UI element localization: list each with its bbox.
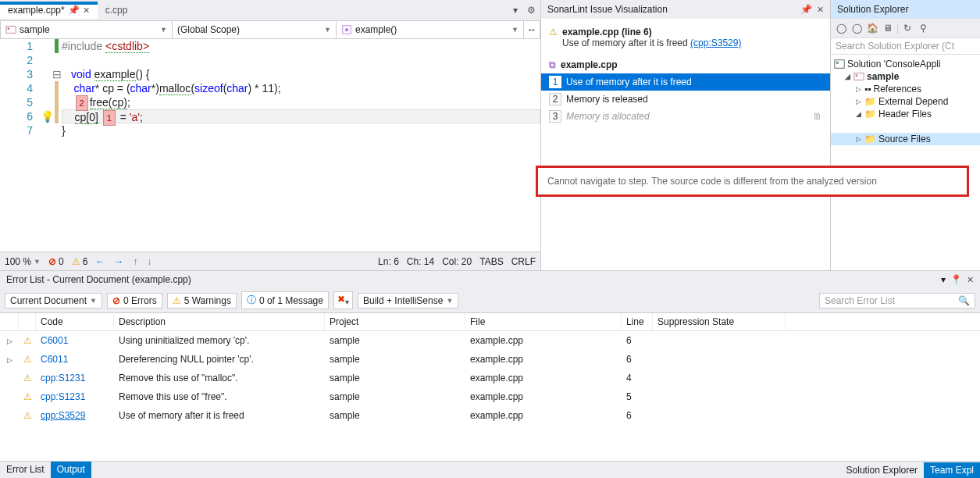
bottom-tabstrip: Error List Output	[0, 461, 980, 478]
table-row[interactable]: ⚠cpp:S1231Remove this use of "free".samp…	[0, 387, 980, 406]
solution-explorer-tab[interactable]: Solution Explorer	[840, 462, 924, 478]
error-search[interactable]: Search Error List 🔍	[819, 293, 975, 309]
messages-filter-button[interactable]: ⓘ 0 of 1 Message	[241, 291, 329, 309]
error-line: 6	[622, 334, 653, 348]
solution-tree: Solution 'ConsoleAppli ◢ sample ▷ ▪▪ Ref…	[831, 55, 980, 270]
refresh-icon[interactable]: ↻	[900, 21, 914, 35]
step-3[interactable]: 3 Memory is allocated 🗎	[541, 108, 830, 125]
navigation-warning: Cannot navigate to step. The source code…	[536, 166, 969, 197]
chevron-down-icon: ▼	[160, 26, 167, 34]
col-code[interactable]: Code	[36, 313, 114, 330]
table-row[interactable]: ▷⚠C6001Using uninitialized memory 'cp'.s…	[0, 331, 980, 350]
error-list-toolbar: Current Document▼ ⊘ 0 Errors ⚠ 5 Warning…	[0, 288, 980, 313]
pin-icon[interactable]: 📌	[68, 5, 80, 16]
error-project: sample	[325, 371, 465, 385]
warnings-filter-button[interactable]: ⚠ 5 Warnings	[167, 293, 237, 309]
references-node[interactable]: ▷ ▪▪ References	[831, 83, 980, 95]
rule-link[interactable]: (cpp:S3529)	[690, 37, 741, 48]
col-project[interactable]: Project	[325, 313, 465, 330]
scope-combo[interactable]: (Global Scope) ▼	[173, 21, 337, 38]
pin-icon[interactable]: 📍	[950, 274, 962, 285]
table-row[interactable]: ▷⚠C6011Dereferencing NULL pointer 'cp'.s…	[0, 350, 980, 369]
step-badge-2[interactable]: 2	[76, 95, 88, 111]
home-icon[interactable]: 🏠	[865, 21, 879, 35]
project-combo[interactable]: sample ▼	[1, 21, 173, 38]
warning-icon: ⚠	[23, 391, 32, 402]
error-code-link[interactable]: C6011	[41, 354, 68, 365]
svg-rect-1	[8, 27, 10, 30]
svg-rect-6	[856, 74, 858, 77]
solution-node[interactable]: Solution 'ConsoleAppli	[831, 58, 980, 70]
source-files-node[interactable]: ▷ 📁 Source Files	[831, 133, 980, 145]
collapse-icon[interactable]: ◢	[843, 73, 851, 80]
nav-up-icon[interactable]: ↑	[133, 256, 137, 267]
zoom-combo[interactable]: 100 % ▼	[5, 256, 41, 267]
col-file[interactable]: File	[465, 313, 622, 330]
solution-icon	[834, 59, 845, 70]
back-icon[interactable]: ◯	[834, 21, 848, 35]
switch-views-icon[interactable]: 🖥	[881, 21, 895, 35]
close-icon[interactable]: ✕	[83, 5, 90, 16]
errors-filter-button[interactable]: ⊘ 0 Errors	[107, 293, 162, 309]
external-deps-node[interactable]: ▷ 📁 External Depend	[831, 95, 980, 108]
error-list-tab[interactable]: Error List	[0, 462, 51, 478]
expand-icon[interactable]: ▷	[854, 135, 862, 143]
indent-mode[interactable]: TABS	[479, 256, 503, 267]
clear-filter-button[interactable]: ✖▾	[333, 291, 353, 309]
team-explorer-tab[interactable]: Team Expl	[924, 462, 980, 478]
step-badge-1[interactable]: 1	[103, 110, 116, 126]
error-count[interactable]: ⊘0	[48, 256, 64, 267]
member-combo[interactable]: example() ▼	[337, 21, 524, 38]
method-icon	[341, 24, 352, 35]
project-icon	[853, 71, 864, 82]
eol-mode[interactable]: CRLF	[511, 256, 536, 267]
nav-down-icon[interactable]: ↓	[147, 256, 151, 267]
collapse-icon[interactable]: ◢	[854, 110, 862, 118]
gear-icon[interactable]: ⚙	[522, 5, 540, 16]
header-files-node[interactable]: ◢ 📁 Header Files	[831, 108, 980, 120]
expand-icon[interactable]: ▷	[7, 356, 12, 364]
close-icon[interactable]: ✕	[817, 5, 824, 15]
filter-icon[interactable]: ⚲	[916, 21, 930, 35]
table-header: Code Description Project File Line Suppr…	[0, 313, 980, 331]
step-2[interactable]: 2 Memory is released	[541, 91, 830, 108]
scope-combo[interactable]: Current Document▼	[5, 293, 102, 309]
expand-icon[interactable]: ▷	[854, 98, 862, 105]
step-1[interactable]: 1 Use of memory after it is freed	[541, 73, 830, 91]
folder-icon: 📁	[864, 109, 876, 120]
code-editor[interactable]: 1234567 💡 #include <cstdlib> ⊟void examp…	[0, 39, 540, 251]
window-dropdown-icon[interactable]: ▾	[941, 274, 946, 285]
tab-c-cpp[interactable]: c.cpp	[98, 2, 136, 19]
warning-count[interactable]: ⚠6	[72, 256, 88, 267]
fwd-icon[interactable]: ◯	[850, 21, 864, 35]
col-line[interactable]: Line	[622, 313, 653, 330]
error-code-link[interactable]: C6001	[41, 335, 68, 346]
expand-icon[interactable]: ▷	[854, 85, 862, 93]
error-code-link[interactable]: cpp:S1231	[41, 373, 85, 383]
output-tab[interactable]: Output	[51, 462, 91, 478]
warning-icon: ⚠	[23, 354, 32, 365]
outline-collapse-icon[interactable]: ⊟	[52, 68, 62, 80]
split-button[interactable]: ↔	[524, 21, 540, 38]
pin-icon[interactable]: 📌	[800, 4, 812, 15]
solution-search[interactable]: Search Solution Explorer (Ct	[831, 38, 980, 55]
sonarlint-title: SonarLint Issue Visualization 📌 ✕	[541, 0, 830, 19]
lightbulb-icon[interactable]: 💡	[39, 109, 55, 123]
tab-overflow-button[interactable]: ▾	[508, 5, 522, 16]
table-row[interactable]: ⚠cpp:S1231Remove this use of "malloc".sa…	[0, 369, 980, 387]
project-node[interactable]: ◢ sample	[831, 70, 980, 83]
close-icon[interactable]: ✕	[967, 275, 974, 285]
table-row[interactable]: ⚠cpp:S3529Use of memory after it is free…	[0, 406, 980, 425]
nav-fwd-icon[interactable]: →	[114, 256, 123, 267]
code-lines[interactable]: #include <cstdlib> ⊟void example() { cha…	[59, 39, 540, 251]
warning-icon: ⚠	[173, 295, 181, 306]
nav-arrows[interactable]: ← → ↑ ↓	[95, 256, 151, 267]
source-combo[interactable]: Build + IntelliSense▼	[358, 293, 458, 309]
nav-back-icon[interactable]: ←	[95, 256, 105, 267]
col-suppression[interactable]: Suppression State	[653, 313, 786, 330]
error-code-link[interactable]: cpp:S1231	[41, 391, 85, 402]
tab-example-cpp[interactable]: example.cpp* 📌 ✕	[0, 2, 98, 19]
error-code-link[interactable]: cpp:S3529	[41, 410, 85, 421]
expand-icon[interactable]: ▷	[7, 337, 12, 345]
col-desc[interactable]: Description	[114, 313, 325, 330]
